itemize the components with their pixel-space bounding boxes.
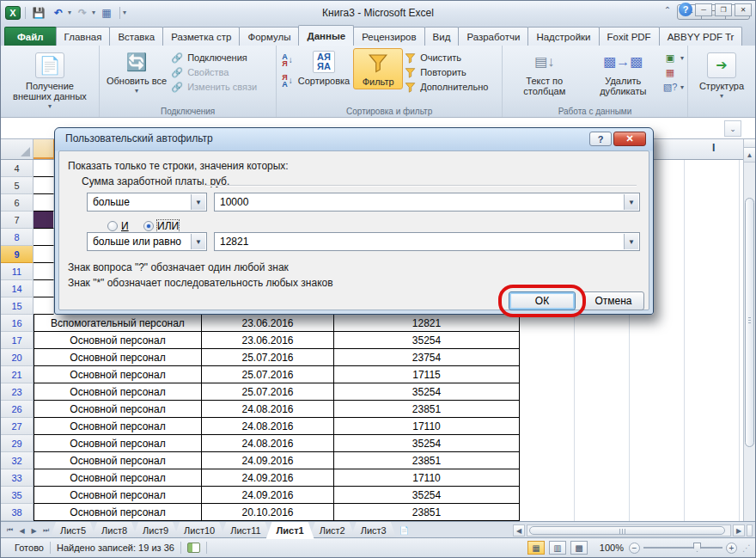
active-column-header[interactable] xyxy=(34,139,54,159)
filter-option-item[interactable]: Повторить xyxy=(403,66,488,78)
cell-sliver[interactable] xyxy=(34,229,54,246)
text-to-columns-button[interactable]: ▤↓ Текст по столбцам xyxy=(506,48,583,98)
cell-salary[interactable]: 23851 xyxy=(334,401,520,418)
horizontal-scroll-thumb[interactable] xyxy=(529,526,725,535)
cell-date[interactable]: 23.06.2016 xyxy=(202,315,334,332)
sort-descending-icon[interactable]: ЯА↓ xyxy=(282,74,293,88)
ribbon-tab[interactable]: Рецензиров xyxy=(353,27,424,46)
horizontal-scroll-track[interactable] xyxy=(527,524,731,537)
cell-salary[interactable]: 17110 xyxy=(334,418,520,435)
sheet-tab[interactable]: Лист11 xyxy=(220,522,271,539)
ribbon-tab[interactable]: Вставка xyxy=(109,27,163,46)
datasheet-icon[interactable]: ▦ xyxy=(98,5,115,21)
row-header[interactable]: 26 xyxy=(1,401,34,418)
tab-split-handle[interactable] xyxy=(747,524,753,537)
cell-personnel[interactable]: Основной персонал xyxy=(34,435,202,452)
vertical-scroll-thumb[interactable] xyxy=(745,198,754,447)
ok-button[interactable]: ОК xyxy=(509,291,576,310)
cell-salary[interactable]: 35254 xyxy=(334,332,520,349)
row-header[interactable]: 21 xyxy=(1,366,34,383)
row-header[interactable]: 17 xyxy=(1,332,34,349)
cell-sliver[interactable] xyxy=(34,297,54,315)
undo-icon[interactable]: ↶ xyxy=(50,5,67,21)
cell-sliver[interactable] xyxy=(34,280,54,297)
cell-personnel[interactable]: Основной персонал xyxy=(34,332,202,349)
cancel-button[interactable]: Отмена xyxy=(582,291,644,310)
collapse-ribbon-icon[interactable]: ⌃ xyxy=(660,3,675,16)
cell-personnel[interactable]: Основной персонал xyxy=(34,469,202,487)
connections-menu-item[interactable]: 🔗 Свойства xyxy=(170,66,257,78)
ribbon-tab[interactable]: Главная xyxy=(56,27,111,46)
table-row[interactable]: 26 Основной персонал 24.08.2016 23851 xyxy=(1,401,745,418)
column-header-I[interactable]: I xyxy=(712,142,715,154)
scroll-right-icon[interactable]: ▶ xyxy=(733,524,745,537)
row-header[interactable]: 35 xyxy=(1,487,34,504)
insert-sheet-icon[interactable]: 📄 xyxy=(397,522,412,539)
ribbon-tab[interactable]: Разработчи xyxy=(458,27,528,46)
cell-sliver[interactable] xyxy=(34,263,54,280)
page-break-view-button[interactable]: ▩ xyxy=(570,541,588,555)
resize-grip-icon[interactable]: ⋰ xyxy=(742,543,752,553)
cell-salary[interactable]: 35254 xyxy=(334,383,520,401)
row-header[interactable]: 9 xyxy=(1,246,34,263)
sort-button[interactable]: АЯЯА Сортировка xyxy=(295,48,353,88)
condition1-select[interactable]: больше ▼ xyxy=(87,193,207,212)
cell-personnel[interactable]: Основной персонал xyxy=(34,349,202,366)
next-sheet-icon[interactable]: ▶ xyxy=(28,527,40,535)
cell-date[interactable]: 20.10.2016 xyxy=(202,504,334,521)
ribbon-tab[interactable]: Вид xyxy=(424,27,460,46)
cell-date[interactable]: 24.08.2016 xyxy=(202,435,334,452)
row-header[interactable]: 7 xyxy=(1,212,34,229)
consolidate-button[interactable]: ▦ xyxy=(663,66,684,78)
sheet-tab[interactable]: Лист5 xyxy=(50,522,96,539)
ribbon-tab[interactable]: Разметка стр xyxy=(162,27,240,46)
sheet-tab[interactable]: Лист9 xyxy=(132,522,179,539)
row-header[interactable]: 23 xyxy=(1,383,34,401)
normal-view-button[interactable]: ▦ xyxy=(527,541,545,555)
table-row[interactable]: 32 Основной персонал 24.09.2016 23851 xyxy=(1,452,745,469)
chevron-down-icon[interactable]: ▼ xyxy=(624,234,638,249)
sheet-tab[interactable]: Лист10 xyxy=(174,522,225,539)
row-header[interactable]: 38 xyxy=(1,504,34,521)
prev-sheet-icon[interactable]: ◀ xyxy=(16,527,27,535)
workbook-restore-button[interactable]: ❐ xyxy=(715,3,732,16)
cell-date[interactable]: 25.07.2016 xyxy=(202,349,334,366)
cell-personnel[interactable]: Основной персонал xyxy=(34,418,202,435)
structure-button[interactable]: ➔ Структура ▾ xyxy=(696,50,747,103)
cell-sliver[interactable] xyxy=(34,212,54,229)
cell-personnel[interactable]: Основной персонал xyxy=(34,504,202,521)
ribbon-tab[interactable]: Надстройки xyxy=(527,27,599,46)
sheet-tab[interactable]: Лист2 xyxy=(309,522,356,539)
zoom-thumb[interactable] xyxy=(693,543,701,552)
table-row[interactable]: 21 Основной персонал 25.07.2016 17115 xyxy=(1,366,745,383)
connections-menu-item[interactable]: 🔗 Подключения xyxy=(170,52,257,64)
split-handle[interactable] xyxy=(744,139,755,148)
last-sheet-icon[interactable]: ⏭ xyxy=(40,526,52,535)
macro-record-icon[interactable] xyxy=(187,543,200,553)
undo-dropdown-icon[interactable]: ▾ xyxy=(68,9,71,16)
cell-date[interactable]: 24.09.2016 xyxy=(202,487,334,504)
scroll-up-icon[interactable]: ▲ xyxy=(744,148,755,162)
sheet-tab[interactable]: Лист1 xyxy=(266,522,314,539)
filter-button[interactable]: Фильтр xyxy=(353,48,403,89)
refresh-all-button[interactable]: 🔄 Обновить все ▾ xyxy=(103,48,170,98)
table-row[interactable]: 27 Основной персонал 24.08.2016 17110 xyxy=(1,418,745,435)
filter-option-item[interactable]: Очистить xyxy=(403,52,488,64)
table-row[interactable]: 35 Основной персонал 24.09.2016 35254 xyxy=(1,487,745,504)
row-header[interactable]: 32 xyxy=(1,452,34,469)
cell-date[interactable]: 25.07.2016 xyxy=(202,383,334,401)
help-icon[interactable]: ? xyxy=(679,3,692,16)
cell-personnel[interactable]: Основной персонал xyxy=(34,366,202,383)
chevron-down-icon[interactable]: ▼ xyxy=(191,194,205,210)
cell-personnel[interactable]: Основной персонал xyxy=(34,401,202,418)
table-row[interactable]: 17 Основной персонал 23.06.2016 35254 xyxy=(1,332,745,349)
row-header[interactable]: 29 xyxy=(1,435,34,452)
page-layout-view-button[interactable]: ▥ xyxy=(549,541,566,555)
cell-date[interactable]: 25.07.2016 xyxy=(202,366,334,383)
row-header[interactable]: 16 xyxy=(1,315,34,332)
cell-salary[interactable]: 17115 xyxy=(334,366,520,383)
cell-salary[interactable]: 35254 xyxy=(334,435,520,452)
table-row[interactable]: 38 Основной персонал 20.10.2016 23851 xyxy=(1,504,745,521)
row-header[interactable]: 4 xyxy=(1,160,34,177)
table-row[interactable]: 16 Вспомогательный персонал 23.06.2016 1… xyxy=(1,315,745,332)
